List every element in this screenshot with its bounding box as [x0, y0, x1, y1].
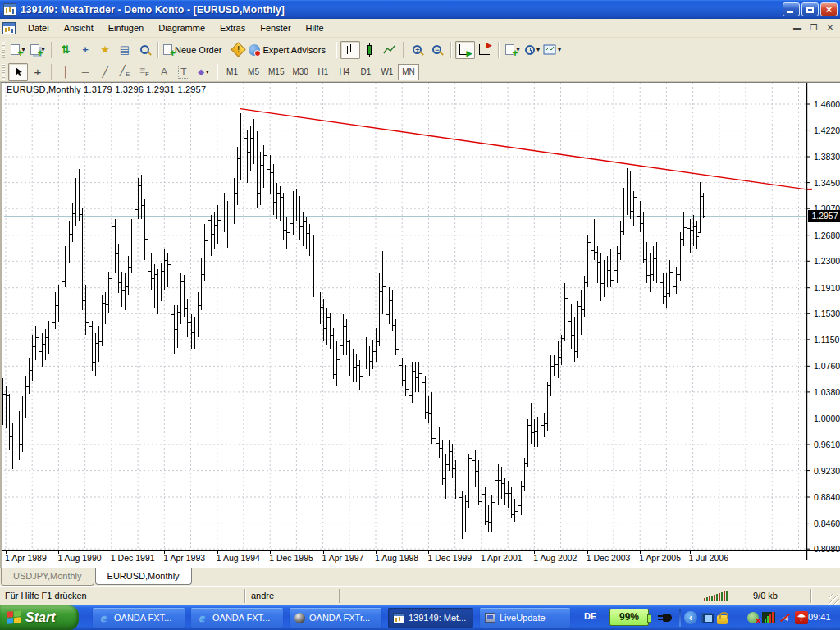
- expert-advisors-button[interactable]: [248, 41, 261, 59]
- line-chart-button[interactable]: [380, 41, 399, 59]
- period-button-m30[interactable]: M30: [288, 64, 312, 80]
- chart-tab-usdjpy[interactable]: USDJPY,Monthly: [1, 568, 94, 586]
- vertical-line-icon: │: [62, 66, 69, 78]
- candlestick-chart-button[interactable]: [360, 41, 380, 59]
- menu-item-extras[interactable]: Extras: [212, 21, 253, 35]
- network-monitors-icon[interactable]: [701, 611, 714, 624]
- volume-muted-icon[interactable]: ◄: [778, 611, 792, 624]
- new-order-label[interactable]: Neue Order: [175, 45, 221, 55]
- toolbar-grip-2[interactable]: [2, 64, 5, 80]
- taskbar-task-1[interactable]: eOANDA FXT...: [191, 608, 283, 628]
- chart-mdi-icon[interactable]: [2, 22, 16, 34]
- battery-meter[interactable]: 99%: [609, 609, 649, 626]
- menu-item-ansicht[interactable]: Ansicht: [57, 21, 101, 35]
- price-axis-label: 1.4220: [814, 126, 840, 135]
- period-button-h4[interactable]: H4: [334, 64, 355, 80]
- text-label-button[interactable]: T: [174, 63, 194, 81]
- menu-item-fenster[interactable]: Fenster: [253, 21, 298, 35]
- expert-advisors-label[interactable]: Expert Advisors: [262, 45, 325, 55]
- fibonacci-button[interactable]: ≡F: [135, 63, 154, 81]
- market-watch-button[interactable]: ⇅: [56, 41, 75, 59]
- text-icon: A: [161, 66, 168, 78]
- language-indicator[interactable]: DE: [584, 611, 596, 621]
- navigator-button[interactable]: ★: [95, 41, 115, 59]
- chart-area[interactable]: EURUSD,Monthly 1.3179 1.3296 1.2931 1.29…: [0, 82, 840, 568]
- resize-grip[interactable]: [829, 594, 839, 605]
- close-button[interactable]: ×: [820, 2, 838, 16]
- period-button-w1[interactable]: W1: [377, 64, 398, 80]
- toolbar-grip[interactable]: [2, 42, 5, 58]
- start-button[interactable]: Start: [0, 605, 79, 630]
- menu-item-diagramme[interactable]: Diagramme: [151, 21, 212, 35]
- ie-task-icon: e: [196, 612, 208, 624]
- status-traffic-text: 9/0 kb: [753, 591, 778, 600]
- text-button[interactable]: A: [154, 63, 174, 81]
- menu-item-datei[interactable]: Datei: [21, 21, 57, 35]
- task-label: OANDA FXT...: [114, 613, 171, 623]
- trendline-button[interactable]: ╱: [95, 63, 115, 81]
- metaeditor-warning-button[interactable]: [228, 41, 248, 59]
- zoom-in-button[interactable]: +: [408, 41, 427, 59]
- system-tray: ‹◄☂: [684, 611, 808, 624]
- restore-button[interactable]: [801, 2, 819, 16]
- period-button-m1[interactable]: M1: [221, 64, 243, 80]
- new-order-button[interactable]: [162, 41, 173, 59]
- candlestick-icon: [368, 45, 372, 55]
- mdi-close-button[interactable]: ✕: [824, 22, 837, 34]
- time-axis-label: 1 Jul 2006: [689, 553, 728, 563]
- windows-update-icon[interactable]: [731, 611, 744, 624]
- security-lock-icon[interactable]: [717, 615, 728, 624]
- period-button-h1[interactable]: H1: [313, 64, 334, 80]
- start-label: Start: [25, 610, 55, 625]
- avira-antivirus-icon[interactable]: ☂: [795, 611, 808, 624]
- price-chart[interactable]: [2, 83, 840, 568]
- zoom-out-button[interactable]: −: [427, 41, 447, 59]
- data-window-button[interactable]: +: [75, 41, 95, 59]
- offline-contact-icon[interactable]: [747, 612, 759, 623]
- price-axis-label: 0.8840: [814, 492, 840, 502]
- arrows-button[interactable]: ◆▾: [194, 63, 213, 81]
- mdi-restore-button[interactable]: ❐: [807, 22, 820, 34]
- new-chart-button[interactable]: ▾: [8, 41, 28, 59]
- cursor-button[interactable]: [8, 63, 28, 81]
- chart-tab-eurusd[interactable]: EURUSD,Monthly: [95, 568, 192, 585]
- crosshair-icon: +: [82, 43, 89, 56]
- menu-item-einfgen[interactable]: Einfügen: [101, 21, 151, 35]
- horizontal-line-button[interactable]: ─: [75, 63, 95, 81]
- indicators-button[interactable]: ▾: [503, 41, 523, 59]
- mdi-minimize-button[interactable]: ▬: [791, 22, 804, 34]
- time-axis-label: 1 Aug 1998: [375, 553, 418, 563]
- chart-shift-button[interactable]: ▶: [475, 41, 495, 59]
- templates-button[interactable]: ▾: [542, 41, 562, 59]
- taskbar-task-0[interactable]: eOANDA FXT...: [93, 608, 185, 628]
- taskbar-clock[interactable]: 09:41: [808, 612, 831, 622]
- taskbar-task-2[interactable]: OANDA FXTr...: [290, 608, 381, 628]
- profiles-button[interactable]: ▾: [28, 41, 48, 59]
- period-button-m15[interactable]: M15: [264, 64, 288, 80]
- taskbar-task-4[interactable]: LiveUpdate: [480, 608, 570, 628]
- time-axis-label: 1 Aug 2002: [533, 553, 577, 563]
- traffic-meter-icon[interactable]: [762, 612, 775, 623]
- menu-item-hilfe[interactable]: Hilfe: [299, 21, 331, 35]
- text-label-icon: T: [178, 66, 189, 79]
- metatrader-window: 139149: MetaTrader - Demo Konto - [EURUS…: [0, 0, 840, 630]
- period-button-m5[interactable]: M5: [243, 64, 264, 80]
- equidistant-channel-button[interactable]: ╱E: [115, 63, 135, 81]
- hide-icons-icon[interactable]: ‹: [684, 611, 697, 624]
- taskbar-task-3[interactable]: 139149: Met...: [388, 608, 473, 628]
- periods-button[interactable]: ▾: [523, 41, 542, 59]
- auto-scroll-button[interactable]: ▶: [455, 41, 475, 59]
- time-axis-label: 1 Apr 1989: [5, 553, 47, 563]
- minimize-button[interactable]: [783, 2, 800, 16]
- expert-advisors-icon: [249, 44, 260, 56]
- crosshair-tool-button[interactable]: +: [28, 63, 48, 81]
- bar-chart-button[interactable]: [340, 41, 360, 59]
- terminal-button[interactable]: ▤: [115, 41, 135, 59]
- time-axis-label: 1 Aug 1990: [57, 553, 101, 563]
- sphere-task-icon: [294, 613, 305, 623]
- task-label: 139149: Met...: [409, 613, 466, 623]
- period-button-mn[interactable]: MN: [398, 64, 419, 80]
- period-button-d1[interactable]: D1: [355, 64, 377, 80]
- vertical-line-button[interactable]: │: [56, 63, 75, 81]
- strategy-tester-button[interactable]: [135, 41, 154, 59]
